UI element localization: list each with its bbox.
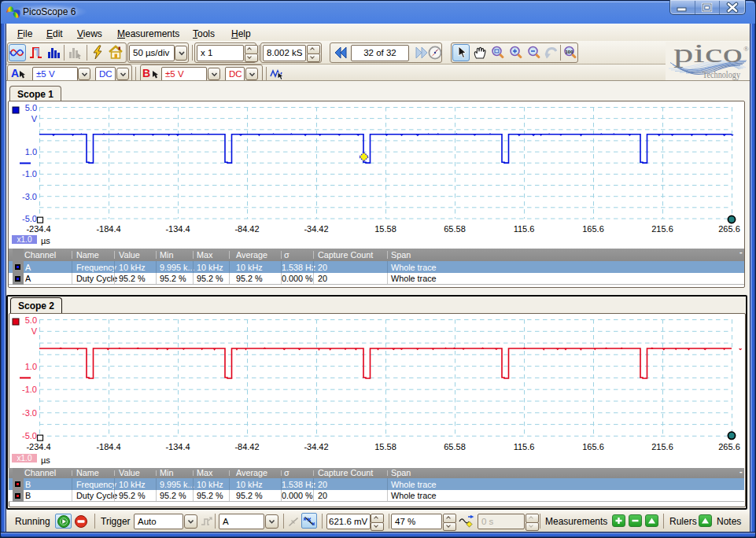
svg-text:-234.4: -234.4 [26,224,50,234]
svg-text:V: V [31,114,38,123]
svg-text:®: ® [743,45,749,53]
svg-text:V: V [31,326,38,336]
svg-text:5.0: 5.0 [25,315,37,325]
svg-text:165.6: 165.6 [582,442,604,451]
svg-text:-3.0: -3.0 [22,408,37,418]
svg-text:65.58: 65.58 [444,442,466,451]
svg-text:-134.4: -134.4 [165,442,190,451]
svg-text:-184.4: -184.4 [96,224,120,234]
svg-text:5.0: 5.0 [25,103,37,112]
svg-text:-1.0: -1.0 [22,385,37,394]
svg-text:165.6: 165.6 [582,224,604,234]
svg-text:-34.42: -34.42 [304,442,328,451]
svg-text:-84.42: -84.42 [234,224,259,234]
svg-text:100: 100 [565,50,573,54]
svg-text:15.58: 15.58 [374,224,396,234]
svg-text:1.0: 1.0 [25,147,37,157]
svg-text:-3.0: -3.0 [22,192,37,201]
svg-text:x1.0: x1.0 [17,235,32,244]
svg-text:65.58: 65.58 [444,224,466,234]
svg-text:-34.42: -34.42 [304,224,328,234]
svg-text:115.6: 115.6 [514,442,535,451]
svg-text:-5.0: -5.0 [22,431,37,440]
svg-text:265.6: 265.6 [718,224,740,234]
svg-text:pico: pico [673,42,743,68]
svg-text:-134.4: -134.4 [165,224,190,234]
svg-text:-184.4: -184.4 [96,442,120,451]
svg-text:µs: µs [41,455,50,465]
svg-text:x1.0: x1.0 [17,454,32,462]
svg-text:-234.4: -234.4 [26,442,50,451]
svg-text:215.6: 215.6 [651,442,673,451]
svg-text:265.6: 265.6 [718,442,740,451]
svg-text:-1.0: -1.0 [22,169,37,179]
svg-text:115.6: 115.6 [514,224,535,234]
svg-text:µs: µs [41,236,50,245]
svg-text:215.6: 215.6 [651,224,673,234]
svg-text:1.0: 1.0 [25,362,37,371]
svg-text:Technology: Technology [703,70,740,80]
svg-text:15.58: 15.58 [374,442,396,451]
svg-text:-84.42: -84.42 [234,442,259,451]
svg-text:-5.0: -5.0 [22,214,37,223]
